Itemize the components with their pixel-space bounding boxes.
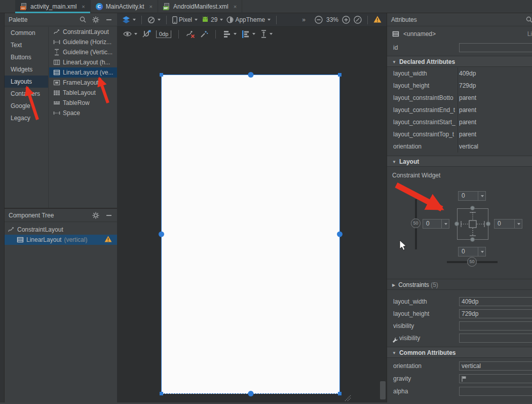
constraint-anchor-bottom[interactable] [470, 237, 475, 242]
anchor-left[interactable] [159, 232, 164, 237]
visibility-input[interactable] [459, 321, 532, 330]
selection-handle-bottom-left[interactable] [160, 392, 163, 395]
palette-category-google[interactable]: Google [5, 100, 48, 112]
palette-item-constraintlayout[interactable]: ConstraintLayout [49, 27, 117, 37]
tree-node-linearlayout-vertical[interactable]: LinearLayout(vertical) [5, 235, 117, 245]
palette-item-guideline-vertical[interactable]: Guideline (Vertic... [49, 47, 117, 57]
constraint-anchor-top[interactable] [470, 206, 475, 210]
orientation-input[interactable]: vertical [459, 361, 532, 371]
anchor-top[interactable] [248, 72, 253, 78]
palette-category-legacy[interactable]: Legacy [5, 112, 48, 124]
palette-category-layouts[interactable]: Layouts [5, 76, 48, 88]
infer-constraints-button[interactable] [200, 30, 208, 38]
section-constraints[interactable]: ▶Constraints (5) [387, 279, 532, 290]
palette-item-space[interactable]: Space [49, 108, 117, 118]
attr-row[interactable]: orientationvertical [387, 140, 532, 153]
palette-category-common[interactable]: Common [5, 27, 48, 39]
palette-item-linearlayout-horizontal[interactable]: LinearLayout (h... [49, 57, 117, 67]
margin-left-dropdown[interactable]: 0 [423, 219, 449, 229]
palette-item-label: Space [63, 109, 80, 117]
section-title: Declared Attributes [399, 58, 455, 65]
layout-height-input[interactable]: 729dp [459, 309, 532, 318]
align-menu-button[interactable] [242, 30, 255, 38]
section-declared-attributes[interactable]: ▼Declared Attributes [387, 56, 532, 67]
tree-node-constraintlayout[interactable]: ConstraintLayout [5, 225, 117, 235]
zoom-in-button[interactable] [342, 16, 350, 24]
section-common-attributes[interactable]: ▼Common Attributes [387, 347, 532, 358]
search-icon[interactable] [79, 16, 87, 24]
android-icon [201, 17, 209, 23]
vertical-bias-handle[interactable]: 50 [411, 218, 421, 228]
attr-row[interactable]: layout_constraintStart_parent [387, 116, 532, 128]
flag-icon [462, 376, 466, 382]
constraint-anchor-left[interactable] [454, 222, 459, 226]
search-icon[interactable] [525, 16, 532, 24]
margin-bottom-dropdown[interactable]: 0 [458, 247, 486, 256]
gear-icon[interactable] [92, 211, 100, 219]
canvas-resize-handle[interactable] [344, 394, 351, 401]
id-input[interactable] [459, 43, 532, 52]
component-name: <unnamed> [403, 28, 436, 40]
palette-item-label: Guideline (Vertic... [63, 49, 112, 56]
palette-category-text[interactable]: Text [5, 39, 48, 51]
attr-row[interactable]: layout_constraintBottoparent [387, 92, 532, 104]
palette-category-containers[interactable]: Containers [5, 88, 48, 100]
guidelines-menu-button[interactable] [260, 30, 273, 38]
margin-right-dropdown[interactable]: 0 [494, 219, 522, 229]
zoom-to-fit-button[interactable] [354, 16, 362, 24]
attr-row[interactable]: layout_height729dp [387, 80, 532, 92]
clear-constraints-button[interactable] [186, 30, 195, 38]
hide-panel-icon[interactable] [105, 16, 113, 24]
pack-menu-button[interactable] [223, 30, 237, 38]
palette-item-label: LinearLayout (h... [63, 59, 110, 66]
palette-item-guideline-horizontal[interactable]: Guideline (Horiz... [49, 37, 117, 47]
warning-panel-button[interactable] [373, 16, 382, 24]
layout-preview-artboard[interactable] [161, 75, 340, 394]
design-mode-button[interactable] [122, 16, 136, 23]
tab-mainactivity-kt[interactable]: C MainActivity.kt × [91, 0, 158, 13]
palette-item-linearlayout-vertical[interactable]: LinearLayout (ve... [49, 67, 117, 78]
palette-item-tablelayout[interactable]: TableLayout [49, 88, 117, 98]
gear-icon[interactable] [92, 16, 100, 24]
tab-androidmanifest-xml[interactable]: MF AndroidManifest.xml × [158, 0, 242, 13]
selection-handle-top-left[interactable] [160, 73, 163, 77]
selection-handle-bottom-right[interactable] [338, 392, 341, 395]
toolbar-overflow-chevron[interactable]: » [302, 16, 305, 23]
tools-visibility-input[interactable] [459, 334, 532, 343]
margin-top-dropdown[interactable]: 0 [458, 191, 486, 201]
autoconnect-toggle[interactable] [142, 30, 151, 38]
selected-component-row: <unnamed> Li [387, 28, 532, 40]
gravity-input[interactable] [459, 374, 532, 383]
device-selector[interactable]: Pixel [172, 16, 198, 24]
close-tab-icon[interactable]: × [149, 4, 153, 10]
tab-activity-main-xml[interactable]: <> activity_main.xml × [15, 0, 91, 13]
theme-selector[interactable]: AppTheme [226, 16, 271, 23]
section-layout[interactable]: ▼Layout [387, 156, 532, 167]
selection-handle-top-right[interactable] [338, 73, 341, 77]
attr-name: layout_constraintStart_ [393, 116, 457, 128]
palette-category-widgets[interactable]: Widgets [5, 63, 48, 76]
hide-panel-icon[interactable] [105, 211, 113, 219]
canvas-scrollbar-thumb[interactable] [380, 381, 386, 399]
api-selector[interactable]: 29 [201, 16, 223, 23]
close-tab-icon[interactable]: × [82, 4, 85, 10]
orientation-button[interactable] [147, 16, 161, 24]
attr-row[interactable]: layout_constraintTop_tparent [387, 128, 532, 140]
palette-category-buttons[interactable]: Buttons [5, 51, 48, 63]
palette-item-tablerow[interactable]: TableRow [49, 98, 117, 108]
attr-row[interactable]: layout_width409dp [387, 67, 532, 80]
palette-item-framelayout[interactable]: FrameLayout [49, 78, 117, 88]
layout-width-input[interactable]: 409dp [459, 297, 532, 306]
anchor-bottom[interactable] [248, 391, 253, 396]
horizontal-bias-handle[interactable]: 50 [467, 257, 477, 267]
anchor-right[interactable] [337, 232, 343, 237]
constraint-anchor-right[interactable] [486, 222, 490, 226]
attr-name: orientation [393, 140, 457, 153]
zoom-out-button[interactable] [315, 16, 323, 24]
alpha-input[interactable] [459, 387, 532, 396]
zoom-level: 33% [326, 16, 338, 23]
close-tab-icon[interactable]: × [234, 4, 237, 10]
view-options-button[interactable] [123, 31, 137, 37]
default-margins-button[interactable]: 0dp [156, 30, 171, 38]
attr-row[interactable]: layout_constraintEnd_tparent [387, 104, 532, 116]
